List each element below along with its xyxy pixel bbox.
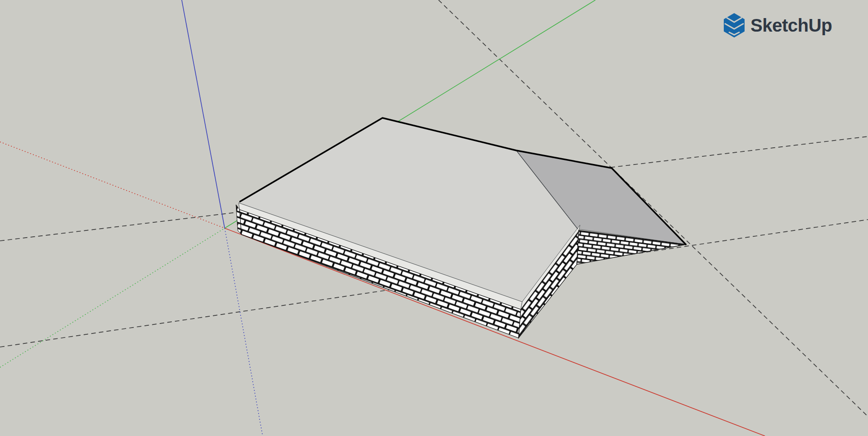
3d-viewport[interactable]: SketchUp bbox=[0, 0, 868, 436]
sketchup-logo-text: SketchUp bbox=[750, 15, 832, 35]
sketchup-viewport-window: SketchUp bbox=[0, 0, 868, 436]
sketchup-logo: SketchUp bbox=[724, 13, 832, 38]
